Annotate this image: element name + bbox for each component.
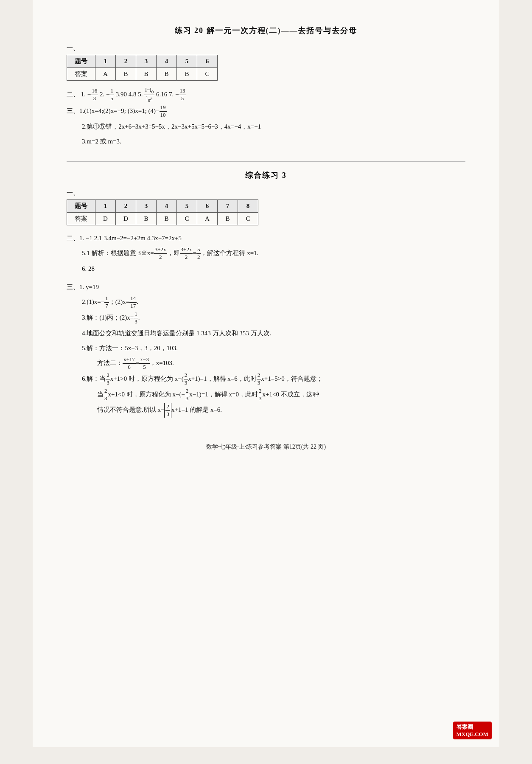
table1-row-1: A (95, 68, 116, 81)
table2-row-5: C (177, 212, 197, 225)
frac-13-5: 135 (179, 87, 186, 102)
section2-item2: 2. − (100, 91, 109, 98)
section3b-item7: 6.解：当23x+1>0 时，原方程化为 x−(23x+1)=1，解得 x=6，… (82, 372, 465, 387)
section2: 二、 1. −163 2. −15 3.90 4.8 5. l−l0l0a 6.… (67, 87, 465, 103)
section1-label: 一、 (67, 45, 79, 51)
section1: 一、 题号 1 2 3 4 5 6 答案 A B B B B C (67, 44, 465, 81)
table2-header-4: 4 (157, 199, 177, 212)
table1-header-5: 5 (177, 55, 197, 68)
section3-item3: 3.m=2 或 m=3. (82, 135, 465, 149)
table1-row-6: C (197, 68, 218, 81)
section2b-item1: 二、1. −1 2.1 3.4m−2=−2+2m 4.3x−7=2x+5 (67, 231, 465, 245)
frac-l: l−l0l0a (144, 87, 154, 103)
section2b: 二、1. −1 2.1 3.4m−2=−2+2m 4.3x−7=2x+5 5.1… (67, 231, 465, 276)
section3b-item9: 情况不符合题意.所以 x−23x+1=1 的解是 x=6. (97, 403, 465, 418)
frac-16-3: 163 (91, 87, 98, 102)
table1-header-0: 题号 (67, 55, 95, 68)
section2-item3: 3.90 4.8 5. (116, 91, 145, 98)
table2-row-6: A (197, 212, 218, 225)
table2-header-7: 7 (218, 199, 238, 212)
table2-row-3: B (136, 212, 157, 225)
section2-item1: 1. − (81, 91, 91, 98)
table1-row-0: 答案 (67, 68, 95, 81)
table1-header-3: 3 (136, 55, 157, 68)
table2-row-2: D (116, 212, 136, 225)
table1-header-4: 4 (157, 55, 177, 68)
table2: 题号 1 2 3 4 5 6 7 8 答案 D D B B C A B C (67, 199, 258, 225)
frac-1-5: 15 (109, 87, 114, 102)
table2-row-0: 答案 (67, 212, 95, 225)
table1-header-6: 6 (197, 55, 218, 68)
section3b-item2: 2.(1)x=−17；(2)x=1417. (82, 295, 465, 310)
footer: 数学·七年级·上·练习参考答案 第12页(共 22 页) (67, 443, 465, 451)
divider1 (67, 161, 465, 162)
section3-item2: 2.第①⑤错，2x+6−3x+3=5−5x，2x−3x+5x=5−6−3，4x=… (82, 120, 465, 134)
section3b-item6: 方法二：x+176=x−35，x=103. (97, 356, 465, 371)
table2-header-6: 6 (197, 199, 218, 212)
section3b: 三、1. y=19 2.(1)x=−17；(2)x=1417. 3.解：(1)丙… (67, 280, 465, 418)
section1b-label: 一、 (67, 189, 79, 196)
section3b-item5: 5.解：方法一：5x+3，3，20，103. (82, 341, 465, 355)
table1-header-2: 2 (116, 55, 136, 68)
table2-header-2: 2 (116, 199, 136, 212)
table2-row-8: C (238, 212, 258, 225)
table1-row-3: B (136, 68, 157, 81)
watermark: 答案圈MXQE.COM (453, 722, 492, 739)
table2-header-1: 1 (95, 199, 116, 212)
table2-header-0: 题号 (67, 199, 95, 212)
table2-header-5: 5 (177, 199, 197, 212)
title1: 练习 20 解一元一次方程(二)——去括号与去分母 (67, 25, 465, 36)
table2-row-1: D (95, 212, 116, 225)
section2b-item3: 6. 28 (82, 262, 465, 276)
table1-row-2: B (116, 68, 136, 81)
section3: 三、1.(1)x=4;(2)x=−9; (3)x=1; (4)−1910 2.第… (67, 104, 465, 149)
section2b-item2: 5.1 解析：根据题意 3※x=3+2x2，即3+2x2=52，解这个方程得 x… (82, 246, 465, 261)
section3b-item8: 当23x+1<0 时，原方程化为 x−(−23x−1)=1，解得 x=0，此时2… (97, 388, 465, 402)
table1: 题号 1 2 3 4 5 6 答案 A B B B B C (67, 55, 218, 81)
footer-text: 数学·七年级·上·练习参考答案 第12页(共 22 页) (206, 444, 326, 450)
table2-header-3: 3 (136, 199, 157, 212)
section1b: 一、 题号 1 2 3 4 5 6 7 8 答案 D D B B C A B (67, 189, 465, 225)
section3b-item4: 4.地面公交和轨道交通日均客运量分别是 1 343 万人次和 353 万人次. (82, 326, 465, 340)
section3b-item1: 三、1. y=19 (67, 280, 465, 294)
table2-row-4: B (157, 212, 177, 225)
table1-row-5: B (177, 68, 197, 81)
table2-row-7: B (218, 212, 238, 225)
section3-item1: 三、1.(1)x=4;(2)x=−9; (3)x=1; (4)−1910 (67, 104, 465, 119)
section3b-item3: 3.解：(1)丙；(2)x=13. (82, 311, 465, 326)
table2-header-8: 8 (238, 199, 258, 212)
section2-label: 二、 (67, 91, 79, 98)
table1-row-4: B (157, 68, 177, 81)
title2: 综合练习 3 (67, 170, 465, 180)
page: 练习 20 解一元一次方程(二)——去括号与去分母 一、 题号 1 2 3 4 … (33, 0, 499, 747)
table1-header-1: 1 (95, 55, 116, 68)
section2-item4: 6.16 7. − (156, 91, 179, 98)
